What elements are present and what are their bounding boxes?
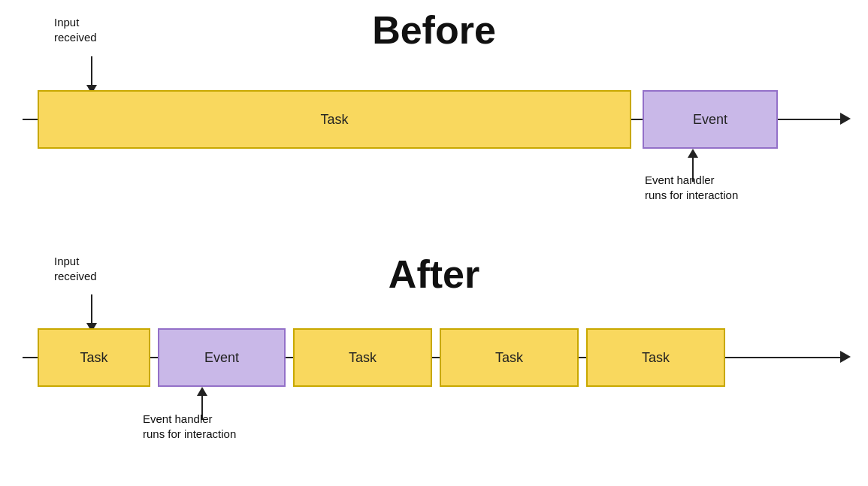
before-input-arrow	[86, 56, 97, 94]
after-title: After	[389, 252, 479, 297]
before-event-box: Event	[643, 90, 778, 149]
before-timeline-arrowhead	[840, 113, 851, 125]
after-input-arrow	[86, 294, 97, 332]
before-input-label: Inputreceived	[54, 15, 97, 44]
after-event-handler-label: Event handlerruns for interaction	[143, 412, 236, 441]
after-event-box: Event	[158, 328, 286, 387]
diagram-container: Before Inputreceived Task Event Event ha…	[0, 0, 868, 486]
after-task3-box: Task	[440, 328, 579, 387]
after-task4-box: Task	[586, 328, 725, 387]
before-event-handler-label: Event handlerruns for interaction	[645, 173, 738, 202]
after-input-label: Inputreceived	[54, 254, 97, 283]
before-task-box: Task	[38, 90, 631, 149]
before-title: Before	[372, 8, 496, 53]
after-task2-box: Task	[293, 328, 432, 387]
after-task1-box: Task	[38, 328, 150, 387]
after-timeline-arrowhead	[840, 351, 851, 363]
